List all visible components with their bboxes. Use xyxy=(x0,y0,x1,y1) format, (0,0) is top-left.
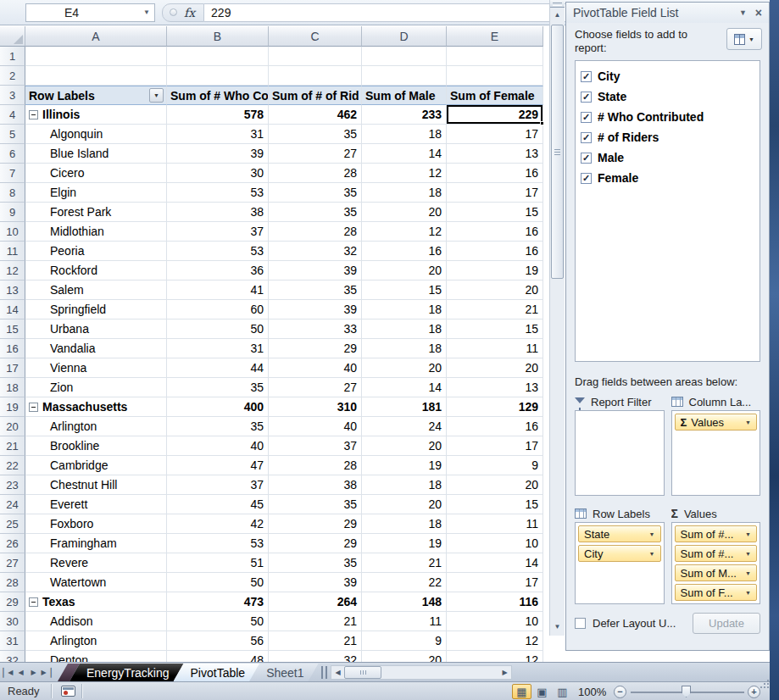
field-checkbox[interactable]: ✓ xyxy=(581,153,592,164)
cell-C7[interactable]: 28 xyxy=(269,164,362,183)
page-break-preview-button[interactable]: ▥ xyxy=(553,684,572,699)
cell-C1[interactable] xyxy=(269,47,362,66)
cell-E23[interactable]: 20 xyxy=(447,475,543,495)
cell-D31[interactable]: 9 xyxy=(362,631,447,651)
row-header-10[interactable]: 10 xyxy=(0,222,25,242)
cell-E9[interactable]: 15 xyxy=(447,203,543,222)
cell-A30[interactable]: Addison xyxy=(25,612,167,631)
cell-C25[interactable]: 29 xyxy=(269,514,362,534)
cell-D1[interactable] xyxy=(362,47,447,66)
cell-D29[interactable]: 148 xyxy=(362,592,447,612)
pivot-value-header[interactable]: Sum of Female xyxy=(447,86,543,105)
cell-D21[interactable]: 20 xyxy=(362,436,447,456)
cell-C15[interactable]: 33 xyxy=(269,319,362,339)
cell-C29[interactable]: 264 xyxy=(269,592,362,612)
area-box-report-filter[interactable] xyxy=(575,410,665,496)
pivot-row-labels-header[interactable]: Row Labels▼ xyxy=(25,86,167,105)
row-header-32[interactable]: 32 xyxy=(0,651,25,662)
cell-D10[interactable]: 12 xyxy=(362,222,447,242)
cell-C22[interactable]: 28 xyxy=(269,456,362,475)
row-header-21[interactable]: 21 xyxy=(0,436,25,456)
cell-A27[interactable]: Revere xyxy=(25,553,167,573)
cell-C11[interactable]: 32 xyxy=(269,242,362,261)
cell-B5[interactable]: 31 xyxy=(167,125,269,144)
row-header-20[interactable]: 20 xyxy=(0,417,25,436)
cell-C4[interactable]: 462 xyxy=(269,105,362,125)
cell-A23[interactable]: Chestnut Hill xyxy=(25,475,167,495)
scroll-right-icon[interactable]: ▶ xyxy=(498,666,511,679)
cell-B11[interactable]: 53 xyxy=(167,242,269,261)
cell-E1[interactable] xyxy=(447,47,543,66)
row-header-28[interactable]: 28 xyxy=(0,573,25,592)
cell-C20[interactable]: 40 xyxy=(269,417,362,436)
column-header-E[interactable]: E xyxy=(447,26,543,47)
cell-A10[interactable]: Midlothian xyxy=(25,222,167,242)
row-header-9[interactable]: 9 xyxy=(0,203,25,222)
fill-handle[interactable] xyxy=(540,121,544,125)
cell-A15[interactable]: Urbana xyxy=(25,319,167,339)
cell-E2[interactable] xyxy=(447,66,543,86)
cell-B28[interactable]: 50 xyxy=(167,573,269,592)
cell-E27[interactable]: 14 xyxy=(447,553,543,573)
split-box[interactable] xyxy=(550,0,565,8)
cell-E6[interactable]: 13 xyxy=(447,144,543,164)
cell-A1[interactable] xyxy=(25,47,167,66)
horizontal-scrollbar[interactable]: ◀ ▶ xyxy=(331,665,512,680)
cell-E12[interactable]: 19 xyxy=(447,261,543,281)
row-header-8[interactable]: 8 xyxy=(0,183,25,203)
row-header-13[interactable]: 13 xyxy=(0,281,25,300)
cell-E32[interactable]: 12 xyxy=(447,651,543,662)
field-checkbox[interactable]: ✓ xyxy=(581,92,592,103)
cell-C12[interactable]: 39 xyxy=(269,261,362,281)
normal-view-button[interactable]: ▦ xyxy=(512,684,531,699)
chevron-down-icon[interactable]: ▼ xyxy=(649,531,655,537)
chevron-down-icon[interactable]: ▼ xyxy=(649,551,655,557)
scroll-up-icon[interactable]: ▲ xyxy=(550,8,565,22)
update-button[interactable]: Update xyxy=(693,613,760,634)
cell-A22[interactable]: Cambridge xyxy=(25,456,167,475)
column-header-C[interactable]: C xyxy=(269,26,362,47)
scroll-left-icon[interactable]: ◀ xyxy=(331,666,344,679)
pivot-value-header[interactable]: Sum of # Who Co xyxy=(167,86,269,105)
cell-C27[interactable]: 35 xyxy=(269,553,362,573)
cell-D14[interactable]: 18 xyxy=(362,300,447,319)
field-checkbox[interactable]: ✓ xyxy=(581,173,592,184)
area-box-column-labels[interactable]: ΣValues▼ xyxy=(671,410,761,496)
cell-B32[interactable]: 48 xyxy=(167,651,269,662)
pivot-field-button[interactable]: Sum of #...▼ xyxy=(675,545,758,562)
sheet-tab-sheet1[interactable]: Sheet1 xyxy=(249,664,318,681)
cell-E11[interactable]: 16 xyxy=(447,242,543,261)
cell-D5[interactable]: 18 xyxy=(362,125,447,144)
cell-D2[interactable] xyxy=(362,66,447,86)
cell-D26[interactable]: 19 xyxy=(362,534,447,553)
cell-D20[interactable]: 24 xyxy=(362,417,447,436)
cell-B13[interactable]: 41 xyxy=(167,281,269,300)
cell-C23[interactable]: 38 xyxy=(269,475,362,495)
cell-A21[interactable]: Brookline xyxy=(25,436,167,456)
cell-E24[interactable]: 15 xyxy=(447,495,543,514)
row-header-27[interactable]: 27 xyxy=(0,553,25,573)
cell-D13[interactable]: 15 xyxy=(362,281,447,300)
cell-C30[interactable]: 21 xyxy=(269,612,362,631)
cell-E30[interactable]: 10 xyxy=(447,612,543,631)
chevron-down-icon[interactable]: ▼ xyxy=(745,570,751,576)
pivot-field-button[interactable]: Sum of M...▼ xyxy=(675,564,758,581)
column-header-A[interactable]: A xyxy=(25,26,167,47)
field-item-state[interactable]: ✓State xyxy=(581,90,754,103)
field-item-female[interactable]: ✓Female xyxy=(581,171,754,185)
cell-B4[interactable]: 578 xyxy=(167,105,269,125)
cell-D12[interactable]: 20 xyxy=(362,261,447,281)
cell-A12[interactable]: Rockford xyxy=(25,261,167,281)
row-header-19[interactable]: 19 xyxy=(0,397,25,417)
cell-E18[interactable]: 13 xyxy=(447,378,543,397)
cell-E20[interactable]: 16 xyxy=(447,417,543,436)
field-item-male[interactable]: ✓Male xyxy=(581,151,754,164)
cell-B27[interactable]: 51 xyxy=(167,553,269,573)
cell-D25[interactable]: 18 xyxy=(362,514,447,534)
cell-B8[interactable]: 53 xyxy=(167,183,269,203)
cell-A6[interactable]: Blue Island xyxy=(25,144,167,164)
cell-C13[interactable]: 35 xyxy=(269,281,362,300)
field-checkbox[interactable]: ✓ xyxy=(581,132,592,143)
cell-B25[interactable]: 42 xyxy=(167,514,269,534)
sheet-tab-energytracking[interactable]: EnergyTracking xyxy=(70,664,184,681)
